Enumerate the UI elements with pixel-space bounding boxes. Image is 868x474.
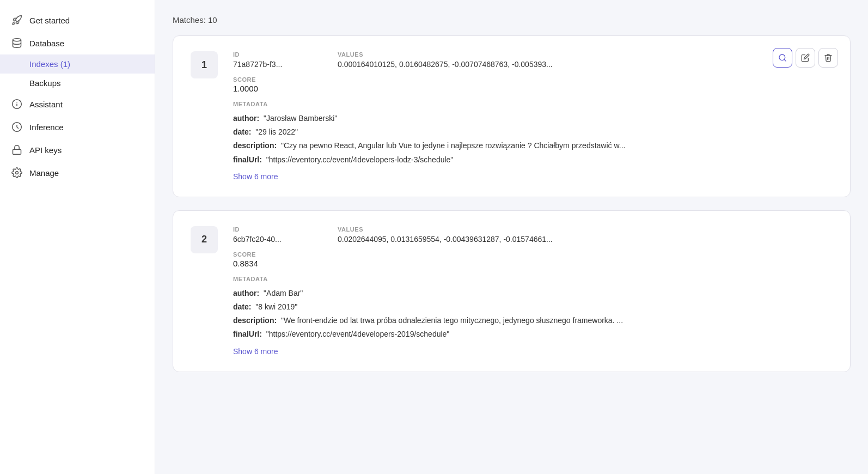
- meta-key-url-2: finalUrl:: [233, 330, 262, 338]
- id-label-2: ID: [233, 226, 320, 233]
- sidebar-item-label: Database: [29, 39, 64, 48]
- card-header-1: 1 ID 71a8727b-f3... VALUES 0.00016401012…: [191, 51, 833, 181]
- values-label-1: VALUES: [338, 51, 553, 58]
- database-icon: [11, 37, 23, 49]
- result-card-1: 1 ID 71a8727b-f3... VALUES 0.00016401012…: [173, 35, 851, 197]
- score-area-2: SCORE 0.8834: [233, 251, 833, 268]
- values-value-1: 0.000164010125, 0.0160482675, -0.0070746…: [338, 60, 553, 69]
- meta-key-date-2: date:: [233, 302, 251, 311]
- sidebar-sub-item-label: Backups: [29, 78, 61, 88]
- meta-key-desc-2: description:: [233, 316, 277, 325]
- main-content: Matches: 10: [155, 0, 868, 474]
- score-label-2: SCORE: [233, 251, 833, 258]
- meta-key-author-2: author:: [233, 289, 259, 297]
- sidebar-sub-item-backups[interactable]: Backups: [0, 74, 155, 93]
- meta-date-1: date: "29 lis 2022": [233, 125, 833, 139]
- show-more-button-2[interactable]: Show 6 more: [233, 347, 278, 356]
- sidebar-item-assistant[interactable]: Assistant: [0, 93, 155, 116]
- result-card-2: 2 ID 6cb7fc20-40... VALUES 0.0202644095,…: [173, 210, 851, 372]
- meta-val-url-1: "https://eventory.cc/event/4developers-l…: [266, 155, 454, 164]
- score-value-2: 0.8834: [233, 259, 833, 268]
- id-values-row-1: ID 71a8727b-f3... VALUES 0.000164010125,…: [233, 51, 833, 69]
- id-value-1: 71a8727b-f3...: [233, 60, 320, 69]
- sidebar-item-manage[interactable]: Manage: [0, 161, 155, 184]
- metadata-label-1: METADATA: [233, 101, 833, 107]
- meta-val-desc-1: "Czy na pewno React, Angular lub Vue to …: [281, 141, 625, 150]
- sidebar: Get started Database Indexes (1) Backups…: [0, 0, 155, 474]
- gear-icon: [11, 167, 23, 179]
- rank-badge-2: 2: [191, 226, 218, 253]
- show-more-button-1[interactable]: Show 6 more: [233, 172, 278, 181]
- values-label-2: VALUES: [338, 226, 553, 233]
- search-action-button[interactable]: [773, 48, 792, 68]
- sidebar-item-label: API keys: [29, 145, 62, 155]
- sidebar-item-database[interactable]: Database: [0, 32, 155, 54]
- sidebar-sub-item-indexes[interactable]: Indexes (1): [0, 54, 155, 74]
- score-area-1: SCORE 1.0000: [233, 76, 833, 93]
- svg-rect-3: [13, 149, 21, 154]
- meta-date-2: date: "8 kwi 2019": [233, 300, 833, 314]
- sidebar-item-label: Manage: [29, 168, 59, 178]
- edit-action-button[interactable]: [796, 48, 815, 68]
- api-keys-icon: [11, 144, 23, 156]
- meta-author-1: author: "Jarosław Bamberski": [233, 112, 833, 125]
- rocket-icon: [11, 14, 23, 26]
- sidebar-item-get-started[interactable]: Get started: [0, 9, 155, 32]
- inference-icon: [11, 121, 23, 133]
- meta-val-author-2: "Adam Bar": [264, 289, 303, 297]
- metadata-section-2: METADATA author: "Adam Bar" date: "8 kwi…: [233, 276, 833, 342]
- meta-description-2: description: "We front-endzie od lat trw…: [233, 314, 833, 327]
- card-actions-1: [773, 48, 838, 68]
- meta-key-date-1: date:: [233, 127, 251, 136]
- meta-description-1: description: "Czy na pewno React, Angula…: [233, 139, 833, 153]
- id-value-2: 6cb7fc20-40...: [233, 235, 320, 244]
- card-header-2: 2 ID 6cb7fc20-40... VALUES 0.0202644095,…: [191, 226, 833, 356]
- sidebar-item-api-keys[interactable]: API keys: [0, 138, 155, 161]
- card-body-1: ID 71a8727b-f3... VALUES 0.000164010125,…: [233, 51, 833, 181]
- score-label-1: SCORE: [233, 76, 833, 83]
- meta-author-2: author: "Adam Bar": [233, 287, 833, 300]
- metadata-section-1: METADATA author: "Jarosław Bamberski" da…: [233, 101, 833, 167]
- delete-action-button[interactable]: [818, 48, 838, 68]
- sidebar-item-label: Assistant: [29, 100, 63, 109]
- meta-key-author-1: author:: [233, 114, 259, 123]
- meta-key-url-1: finalUrl:: [233, 155, 262, 164]
- id-label-1: ID: [233, 51, 320, 58]
- rank-badge-1: 1: [191, 51, 218, 78]
- meta-finalurl-2: finalUrl: "https://eventory.cc/event/4de…: [233, 327, 833, 341]
- svg-point-0: [13, 39, 21, 41]
- meta-val-author-1: "Jarosław Bamberski": [264, 114, 337, 123]
- values-value-2: 0.0202644095, 0.0131659554, -0.004396312…: [338, 235, 553, 244]
- svg-line-6: [784, 59, 786, 61]
- meta-val-desc-2: "We front-endzie od lat trwa próba odnal…: [281, 316, 623, 325]
- metadata-label-2: METADATA: [233, 276, 833, 282]
- meta-val-url-2: "https://eventory.cc/event/4developers-2…: [266, 330, 450, 338]
- sidebar-item-inference[interactable]: Inference: [0, 116, 155, 138]
- card-body-2: ID 6cb7fc20-40... VALUES 0.0202644095, 0…: [233, 226, 833, 356]
- id-values-row-2: ID 6cb7fc20-40... VALUES 0.0202644095, 0…: [233, 226, 833, 244]
- assistant-icon: [11, 98, 23, 110]
- score-value-1: 1.0000: [233, 84, 833, 93]
- sidebar-item-label: Get started: [29, 16, 70, 25]
- meta-val-date-2: "8 kwi 2019": [255, 302, 297, 311]
- sidebar-item-label: Inference: [29, 123, 64, 132]
- meta-key-desc-1: description:: [233, 141, 277, 150]
- meta-finalurl-1: finalUrl: "https://eventory.cc/event/4de…: [233, 153, 833, 167]
- meta-val-date-1: "29 lis 2022": [255, 127, 298, 136]
- sidebar-sub-item-label: Indexes (1): [29, 59, 70, 69]
- matches-label: Matches: 10: [173, 15, 851, 25]
- svg-point-4: [16, 172, 19, 174]
